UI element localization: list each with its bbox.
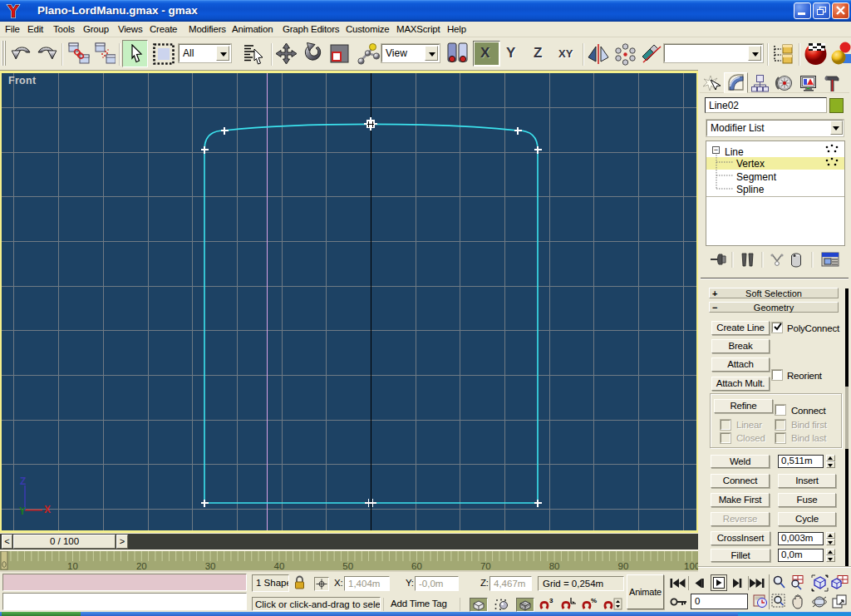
svg-text:Z: Z xyxy=(20,476,26,487)
svg-text:10: 10 xyxy=(67,561,78,570)
svg-text:Y: Y xyxy=(19,505,26,517)
svg-text:60: 60 xyxy=(411,561,422,570)
svg-text:%: % xyxy=(591,597,597,604)
svg-text:70: 70 xyxy=(480,561,491,570)
svg-text:20: 20 xyxy=(136,561,147,570)
svg-text:X: X xyxy=(44,504,51,515)
svg-text:90: 90 xyxy=(618,561,629,570)
svg-text:30: 30 xyxy=(205,561,216,570)
svg-text:3: 3 xyxy=(549,597,553,604)
svg-text:50: 50 xyxy=(342,561,353,570)
svg-text:100: 100 xyxy=(684,561,698,570)
svg-text:80: 80 xyxy=(549,561,560,570)
svg-text:40: 40 xyxy=(274,561,285,570)
